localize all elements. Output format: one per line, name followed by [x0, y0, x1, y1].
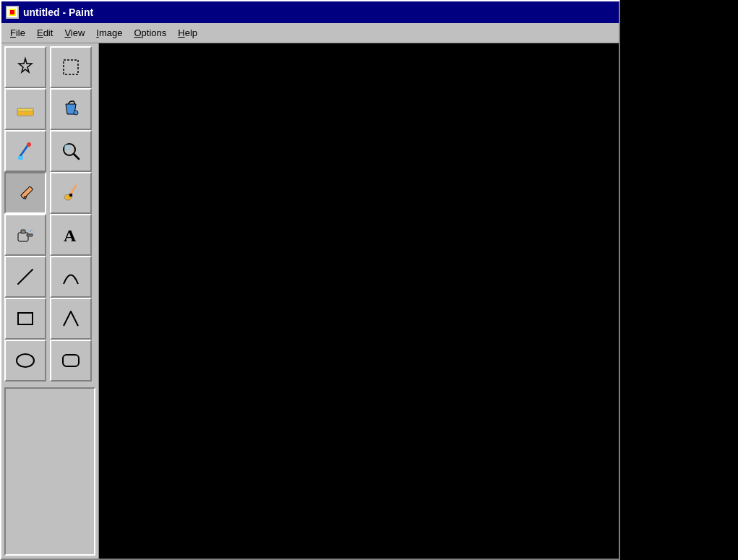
svg-point-23: [30, 231, 31, 232]
tool-brush[interactable]: [50, 172, 92, 214]
svg-text:A: A: [64, 226, 77, 245]
svg-point-8: [74, 111, 78, 115]
tool-free-select[interactable]: [4, 46, 46, 88]
tool-magnifier[interactable]: [50, 130, 92, 172]
svg-rect-5: [64, 60, 78, 74]
title-bar: untitled - Paint: [1, 1, 619, 23]
svg-rect-3: [10, 10, 14, 14]
menu-edit[interactable]: Edit: [31, 26, 59, 40]
svg-rect-21: [18, 233, 28, 241]
tool-options-panel: [4, 387, 95, 556]
svg-marker-16: [24, 197, 27, 199]
svg-rect-32: [63, 355, 79, 366]
menu-bar: File Edit View Image Options Help: [1, 23, 619, 43]
svg-rect-20: [69, 194, 72, 197]
toolbox: A: [1, 43, 99, 559]
svg-line-13: [74, 154, 79, 159]
tool-rect-select[interactable]: [50, 46, 92, 88]
tool-curve[interactable]: [50, 256, 92, 298]
menu-options[interactable]: Options: [128, 26, 172, 40]
tools-grid: A: [1, 43, 98, 384]
svg-point-25: [31, 229, 33, 231]
menu-help[interactable]: Help: [172, 26, 203, 40]
svg-point-11: [27, 142, 31, 147]
paint-window: untitled - Paint File Edit View Image Op…: [0, 0, 620, 560]
svg-point-31: [17, 354, 34, 367]
window-title: untitled - Paint: [23, 7, 93, 18]
svg-rect-27: [21, 230, 25, 233]
svg-rect-7: [17, 111, 33, 116]
menu-view[interactable]: View: [59, 26, 90, 40]
tool-polygon[interactable]: [50, 298, 92, 340]
tool-airbrush[interactable]: [4, 214, 46, 256]
canvas-area[interactable]: [99, 43, 619, 559]
tool-fill[interactable]: [50, 88, 92, 130]
menu-image[interactable]: Image: [90, 26, 128, 40]
svg-marker-4: [19, 59, 32, 72]
menu-file[interactable]: File: [4, 26, 31, 40]
paint-icon: [6, 6, 19, 19]
svg-point-24: [32, 233, 33, 234]
tool-rectangle[interactable]: [4, 298, 46, 340]
tool-color-picker[interactable]: [4, 130, 46, 172]
tool-rounded-rect[interactable]: [50, 340, 92, 382]
tool-ellipse[interactable]: [4, 340, 46, 382]
tool-text[interactable]: A: [50, 214, 92, 256]
content-area: A: [1, 43, 619, 559]
svg-rect-30: [18, 313, 33, 324]
svg-rect-22: [27, 234, 33, 236]
svg-line-29: [18, 270, 33, 284]
tool-line[interactable]: [4, 256, 46, 298]
svg-point-14: [65, 145, 69, 150]
svg-point-26: [33, 231, 34, 232]
tool-pencil[interactable]: [4, 172, 46, 214]
tool-eraser[interactable]: [4, 88, 46, 130]
svg-rect-10: [18, 156, 23, 160]
